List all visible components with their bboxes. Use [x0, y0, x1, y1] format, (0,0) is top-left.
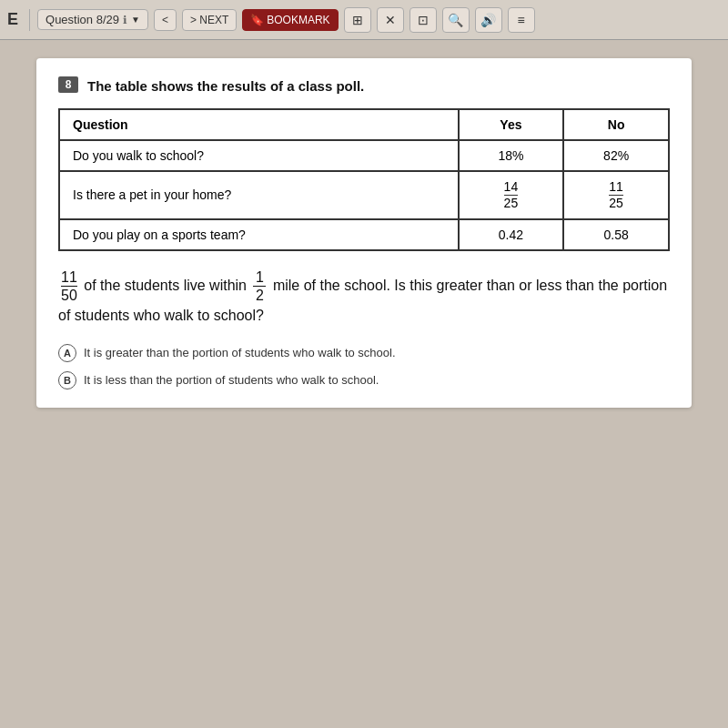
col-header-question: Question: [59, 109, 459, 140]
bookmark-button[interactable]: 🔖 BOOKMARK: [242, 9, 338, 31]
search-button[interactable]: 🔍: [442, 7, 470, 33]
sound-icon: 🔊: [480, 13, 496, 27]
row3-yes: 0.42: [459, 219, 564, 250]
table-header-row: Question Yes No: [59, 109, 669, 140]
answer-text-a: It is greater than the portion of studen…: [84, 344, 396, 359]
question-header: 8 The table shows the results of a class…: [58, 76, 670, 96]
answer-choice-b[interactable]: B It is less than the portion of student…: [58, 371, 670, 389]
answer-choice-a[interactable]: A It is greater than the portion of stud…: [58, 344, 670, 362]
row2-yes: 14 25: [459, 171, 564, 219]
bookmark-label: BOOKMARK: [267, 14, 329, 26]
next-button[interactable]: > NEXT: [182, 9, 237, 31]
menu-button[interactable]: ≡: [508, 7, 535, 33]
row2-yes-denominator: 25: [504, 196, 519, 210]
info-icon: ℹ: [123, 14, 127, 26]
row2-yes-numerator: 14: [504, 180, 519, 196]
answer-label-a: A: [58, 344, 76, 362]
row1-question: Do you walk to school?: [59, 140, 459, 171]
row2-no-fraction: 11 25: [609, 180, 623, 211]
body-text-1: of the students live within: [84, 278, 247, 293]
row3-question: Do you play on a sports team?: [59, 219, 459, 250]
toolbar-separator-1: [29, 9, 30, 31]
table-row: Is there a pet in your home? 14 25 11 25: [59, 171, 669, 219]
body-fraction-1150-num: 11: [61, 269, 77, 288]
close-icon: ✕: [385, 13, 396, 27]
poll-table: Question Yes No Do you walk to school? 1…: [58, 108, 670, 251]
row2-no-numerator: 11: [609, 180, 623, 196]
col-header-no: No: [563, 109, 669, 140]
content-area: 8 The table shows the results of a class…: [0, 40, 728, 728]
grid-button[interactable]: ⊞: [344, 7, 371, 33]
dropdown-icon[interactable]: ▼: [131, 15, 140, 25]
question-intro: The table shows the results of a class p…: [87, 76, 364, 96]
expand-button[interactable]: ⊡: [410, 7, 437, 33]
row2-no-denominator: 25: [609, 196, 623, 210]
question-counter-label: Question 8/29: [46, 13, 119, 26]
prev-icon: <: [162, 14, 168, 26]
row1-yes: 18%: [459, 140, 564, 171]
row2-yes-fraction: 14 25: [504, 180, 519, 211]
question-number: 8: [58, 76, 78, 93]
col-header-yes: Yes: [459, 109, 564, 140]
answer-label-b: B: [58, 371, 76, 389]
body-fraction-1150-den: 50: [61, 287, 77, 304]
menu-icon: ≡: [518, 13, 525, 27]
row3-no: 0.58: [563, 219, 669, 250]
body-fraction-12-den: 2: [256, 287, 264, 304]
close-button[interactable]: ✕: [377, 7, 404, 33]
search-icon: 🔍: [448, 13, 463, 27]
toolbar: E Question 8/29 ℹ ▼ < > NEXT 🔖 BOOKMARK …: [0, 0, 728, 40]
table-row: Do you walk to school? 18% 82%: [59, 140, 669, 171]
body-fraction-12-num: 1: [253, 269, 266, 288]
question-card: 8 The table shows the results of a class…: [36, 58, 692, 408]
question-body: 11 50 of the students live within 1 2 mi…: [58, 269, 670, 328]
app-label: E: [7, 10, 18, 29]
row2-no: 11 25: [563, 171, 669, 219]
answer-text-b: It is less than the portion of students …: [84, 371, 379, 387]
expand-icon: ⊡: [418, 13, 429, 27]
bookmark-icon: 🔖: [250, 14, 264, 26]
question-counter: Question 8/29 ℹ ▼: [37, 9, 148, 30]
answer-choices: A It is greater than the portion of stud…: [58, 344, 670, 389]
body-fraction-1150: 11 50: [61, 269, 77, 304]
next-label: > NEXT: [190, 14, 228, 26]
row2-question: Is there a pet in your home?: [59, 171, 459, 219]
table-row: Do you play on a sports team? 0.42 0.58: [59, 219, 669, 250]
grid-icon: ⊞: [352, 13, 363, 27]
row1-no: 82%: [563, 140, 669, 171]
body-fraction-12: 1 2: [253, 269, 266, 304]
sound-button[interactable]: 🔊: [475, 7, 502, 33]
prev-button[interactable]: <: [154, 9, 177, 31]
